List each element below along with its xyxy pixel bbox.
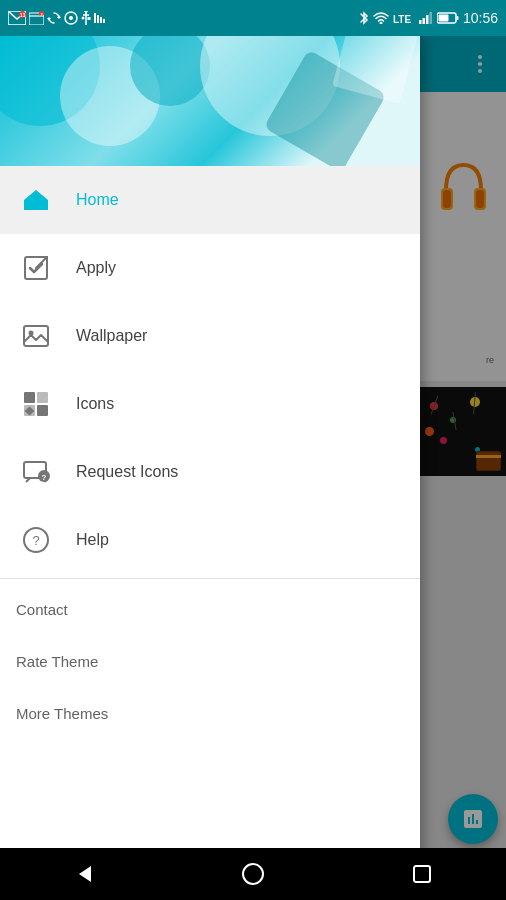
request-icons-icon: ? xyxy=(16,452,56,492)
home-icon xyxy=(16,180,56,220)
svg-rect-28 xyxy=(438,15,448,22)
drawer-header xyxy=(0,36,420,166)
svg-rect-25 xyxy=(429,12,432,24)
svg-point-20 xyxy=(379,22,382,25)
request-icons-svg: ? xyxy=(22,458,50,486)
wallpaper-icon xyxy=(16,316,56,356)
bars-icon xyxy=(94,11,106,25)
battery-icon xyxy=(437,12,459,24)
circle-icon xyxy=(64,11,78,25)
svg-point-13 xyxy=(82,17,85,20)
menu-item-help[interactable]: ? Help xyxy=(0,506,420,574)
bluetooth-icon xyxy=(359,11,369,25)
home-button[interactable] xyxy=(223,854,283,894)
menu-label-apply: Apply xyxy=(76,259,116,277)
menu-label-icons: Icons xyxy=(76,395,114,413)
footer-item-more-themes[interactable]: More Themes xyxy=(0,687,420,739)
svg-text:?: ? xyxy=(32,533,39,548)
svg-text:?: ? xyxy=(42,473,47,482)
recents-icon xyxy=(412,864,432,884)
menu-label-request-icons: Request Icons xyxy=(76,463,178,481)
navigation-bar xyxy=(0,848,506,900)
mail-icon: 13 xyxy=(8,11,26,25)
footer-label-contact: Contact xyxy=(16,601,68,618)
wallpaper-svg xyxy=(22,322,50,350)
help-svg: ? xyxy=(22,526,50,554)
svg-rect-42 xyxy=(37,392,48,403)
footer-label-more-themes: More Themes xyxy=(16,705,108,722)
signal-icon xyxy=(419,12,433,24)
svg-rect-24 xyxy=(426,15,429,24)
svg-marker-15 xyxy=(84,11,88,14)
svg-rect-44 xyxy=(37,405,48,416)
menu-item-icons[interactable]: Icons xyxy=(0,370,420,438)
home-nav-icon xyxy=(241,862,265,886)
menu-item-home[interactable]: Home xyxy=(0,166,420,234)
svg-rect-39 xyxy=(24,326,48,346)
back-icon xyxy=(72,862,96,886)
svg-marker-52 xyxy=(79,866,91,882)
svg-rect-41 xyxy=(24,392,35,403)
time-display: 10:56 xyxy=(463,10,498,26)
lte-icon: LTE xyxy=(393,12,415,24)
svg-rect-19 xyxy=(103,19,105,23)
status-bar: 13 2 xyxy=(0,0,506,36)
menu-item-apply[interactable]: Apply xyxy=(0,234,420,302)
svg-rect-17 xyxy=(97,15,99,23)
calendar-icon: 2 xyxy=(29,11,44,25)
footer-item-contact[interactable]: Contact xyxy=(0,583,420,635)
back-button[interactable] xyxy=(54,854,114,894)
wifi-icon xyxy=(373,12,389,24)
recents-button[interactable] xyxy=(392,854,452,894)
svg-point-53 xyxy=(243,864,263,884)
svg-rect-18 xyxy=(100,17,102,23)
svg-rect-36 xyxy=(32,204,40,210)
icons-icon xyxy=(16,384,56,424)
menu-label-help: Help xyxy=(76,531,109,549)
apply-icon xyxy=(16,248,56,288)
svg-point-10 xyxy=(69,16,73,20)
svg-rect-22 xyxy=(419,20,422,24)
drawer-divider xyxy=(0,578,420,579)
svg-rect-27 xyxy=(456,16,458,20)
apply-svg xyxy=(22,254,50,282)
icons-svg xyxy=(22,390,50,418)
svg-rect-14 xyxy=(88,17,91,20)
menu-item-request-icons[interactable]: ? Request Icons xyxy=(0,438,420,506)
svg-text:LTE: LTE xyxy=(393,14,411,24)
sync-icon xyxy=(47,11,61,25)
svg-rect-54 xyxy=(414,866,430,882)
help-icon: ? xyxy=(16,520,56,560)
menu-item-wallpaper[interactable]: Wallpaper xyxy=(0,302,420,370)
footer-item-rate-theme[interactable]: Rate Theme xyxy=(0,635,420,687)
drawer-menu: Home Apply xyxy=(0,166,420,900)
status-icons-right: LTE 10:56 xyxy=(359,10,498,26)
footer-label-rate-theme: Rate Theme xyxy=(16,653,98,670)
home-svg xyxy=(22,186,50,214)
svg-rect-16 xyxy=(94,13,96,23)
svg-text:13: 13 xyxy=(20,12,26,18)
svg-rect-23 xyxy=(422,18,425,24)
menu-label-wallpaper: Wallpaper xyxy=(76,327,147,345)
menu-label-home: Home xyxy=(76,191,119,209)
navigation-drawer: Home Apply xyxy=(0,36,420,900)
usb-icon xyxy=(81,11,91,25)
status-icons-left: 13 2 xyxy=(8,11,106,25)
